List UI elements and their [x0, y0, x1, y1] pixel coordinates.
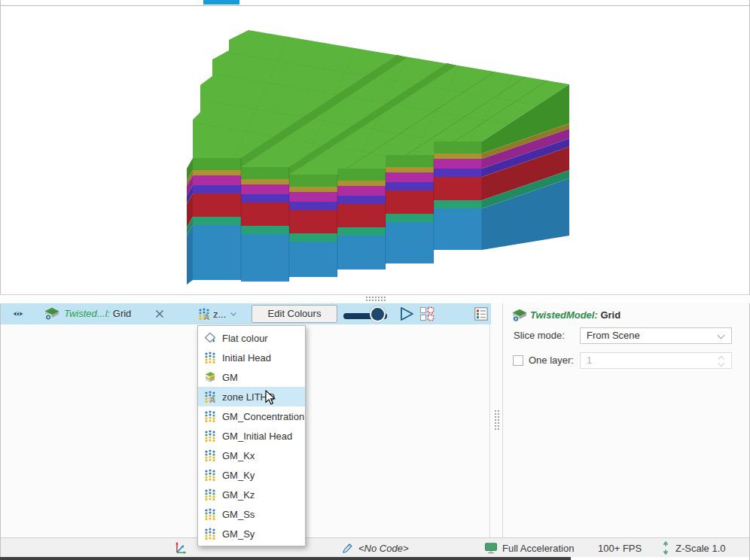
- menu-item-gm-kz[interactable]: GM_Kz: [198, 485, 305, 504]
- axis-icon: [173, 540, 188, 555]
- slice-selection-button[interactable]: [419, 306, 435, 321]
- menu-item-gm-kx[interactable]: GM_Kx: [198, 446, 305, 465]
- eye-icon: [12, 308, 24, 320]
- scene-viewport[interactable]: [1, 6, 749, 294]
- view-orientation-button[interactable]: [173, 538, 188, 558]
- menu-item-label: Flat colour: [222, 333, 268, 344]
- remove-from-scene-button[interactable]: [153, 308, 166, 320]
- slice-mode-label: Slice mode:: [514, 327, 565, 344]
- values-icon: [204, 488, 216, 501]
- horizontal-splitter[interactable]: [0, 295, 750, 303]
- vertical-splitter[interactable]: [491, 303, 502, 537]
- acceleration-label: Full Acceleration: [502, 543, 574, 554]
- scene-object-type: Grid: [110, 308, 131, 319]
- scene-object-label: Twisted...l: Grid: [64, 303, 131, 324]
- menu-item-label: Initial Head: [222, 352, 271, 364]
- values-icon: [204, 449, 216, 461]
- model-left-face: [187, 158, 193, 285]
- model-3d: [1, 7, 749, 289]
- mouse-cursor: [265, 390, 280, 406]
- menu-item-label: GM_Initial Head: [222, 431, 292, 442]
- splitter-handle-icon: [366, 297, 386, 301]
- z-scale-indicator[interactable]: Z-Scale 1.0: [660, 538, 725, 558]
- play-icon: [398, 306, 415, 322]
- scene-object-icon: [44, 307, 60, 321]
- show-legend-button[interactable]: [474, 307, 489, 321]
- z-scale-label: Z-Scale 1.0: [675, 543, 725, 554]
- grid-object-icon: [512, 309, 527, 322]
- properties-object-name: TwistedModel:: [530, 309, 598, 321]
- menu-item-gm-initial-head[interactable]: GM_Initial Head: [198, 426, 305, 446]
- colour-option-value: z...: [213, 309, 226, 320]
- monitor-icon: [484, 542, 498, 554]
- menu-item-label: GM_Concentration: [222, 411, 304, 422]
- values-icon: [204, 508, 216, 520]
- properties-object-type: Grid: [598, 309, 620, 321]
- menu-item-label: GM_Ky: [222, 470, 255, 481]
- zone-litho-icon: [198, 308, 210, 320]
- visibility-button[interactable]: [11, 308, 25, 320]
- slice-mode-value: From Scene: [587, 330, 640, 341]
- properties-title: TwistedModel: Grid: [530, 309, 620, 321]
- one-layer-label: One layer:: [529, 352, 574, 369]
- values-icon: [204, 469, 216, 481]
- flat-colour-icon: [204, 332, 216, 344]
- menu-item-label: GM: [222, 372, 238, 383]
- grid-object-icon: [44, 307, 59, 321]
- window-bottom-edge: [0, 557, 571, 560]
- gm-model-icon: [204, 371, 216, 383]
- chevron-down-icon: [229, 309, 238, 318]
- menu-item-label: GM_Ss: [222, 509, 255, 520]
- values-icon: [204, 528, 216, 540]
- menu-item-label: GM_Kx: [222, 450, 255, 461]
- menu-item-gm-concentration[interactable]: GM_Concentration: [198, 406, 305, 426]
- colour-menu: Flat colour Initial Head GM zone LITHO G…: [197, 325, 306, 546]
- menu-item-gm-ky[interactable]: GM_Ky: [198, 465, 305, 485]
- properties-panel: TwistedModel: Grid Slice mode: From Scen…: [502, 303, 749, 537]
- legend-icon: [474, 307, 488, 321]
- close-icon: [154, 308, 166, 320]
- play-animation-button[interactable]: [398, 306, 416, 322]
- one-layer-checkbox[interactable]: [513, 355, 523, 366]
- menu-item-zone-litho[interactable]: zone LITHO: [198, 387, 305, 406]
- z-scale-icon: [660, 541, 671, 555]
- values-icon: [204, 410, 216, 422]
- spinner-buttons[interactable]: [718, 355, 725, 367]
- scene-list-toolbar: Twisted...l: Grid z... Edit Colours: [1, 303, 491, 324]
- status-bar: <No Code> Full Acceleration 100+ FPS Z-S…: [1, 537, 749, 557]
- menu-item-gm-sy[interactable]: GM_Sy: [198, 524, 305, 543]
- one-layer-value: 1: [587, 355, 592, 366]
- fps-indicator: 100+ FPS: [598, 538, 642, 558]
- code-indicator[interactable]: <No Code>: [341, 538, 409, 558]
- zone-litho-icon: [204, 391, 216, 403]
- scene-object-name: Twisted...l:: [64, 308, 110, 319]
- acceleration-indicator[interactable]: Full Acceleration: [484, 538, 574, 558]
- one-layer-input[interactable]: 1: [580, 352, 732, 369]
- splitter-handle-icon: [495, 410, 499, 430]
- menu-item-label: GM_Sy: [222, 528, 255, 540]
- chevron-down-icon: [718, 332, 725, 339]
- menu-item-gm-ss[interactable]: GM_Ss: [198, 504, 305, 524]
- edit-colours-button[interactable]: Edit Colours: [252, 305, 337, 323]
- values-icon: [204, 430, 216, 442]
- active-tab-indicator: [203, 0, 239, 5]
- menu-item-gm[interactable]: GM: [198, 367, 305, 387]
- colour-option-select[interactable]: z...: [195, 303, 246, 324]
- pencil-icon: [341, 542, 354, 555]
- menu-item-initial-head[interactable]: Initial Head: [198, 348, 305, 367]
- menu-item-label: GM_Kz: [222, 489, 255, 501]
- fps-label: 100+ FPS: [598, 543, 642, 554]
- menu-item-flat-colour[interactable]: Flat colour: [198, 328, 305, 348]
- values-icon: [204, 352, 216, 364]
- opacity-slider-knob[interactable]: [370, 306, 386, 322]
- code-label: <No Code>: [358, 543, 409, 554]
- slice-grid-icon: [419, 306, 434, 321]
- slice-mode-select[interactable]: From Scene: [580, 327, 732, 344]
